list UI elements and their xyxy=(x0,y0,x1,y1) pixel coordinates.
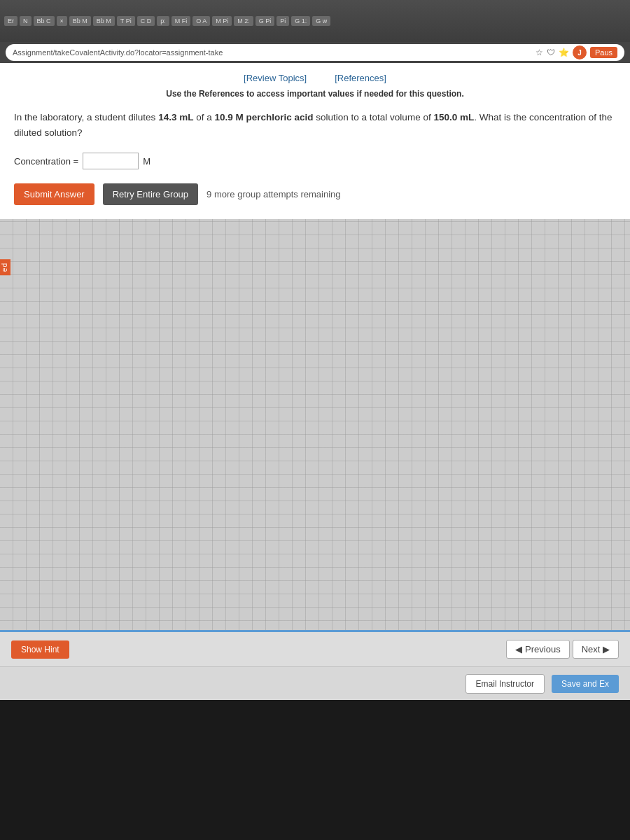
highlight-molarity: 10.9 M xyxy=(214,112,243,122)
star-icon[interactable]: ☆ xyxy=(536,48,543,57)
browser-tab-bar: Er N Bb C × Bb M Bb M T Pi C D p: M Fi O… xyxy=(0,0,630,42)
tab-m2[interactable]: M 2: xyxy=(234,16,253,26)
shield-icon: 🛡 xyxy=(547,48,555,57)
review-links-row: [Review Topics] [References] xyxy=(14,73,616,83)
address-bar-row: Assignment/takeCovalentActivity.do?locat… xyxy=(0,42,630,63)
pause-button[interactable]: Paus xyxy=(590,47,617,58)
tab-cd[interactable]: C D xyxy=(137,16,155,26)
tab-bbm1[interactable]: Bb M xyxy=(69,16,91,26)
review-topics-link[interactable]: [Review Topics] xyxy=(244,73,307,83)
tab-p[interactable]: p: xyxy=(157,16,169,26)
url-right-icons: ☆ 🛡 ⭐ J Paus xyxy=(536,46,617,59)
action-row: Email Instructor Save and Ex xyxy=(0,666,630,700)
retry-group-button[interactable]: Retry Entire Group xyxy=(103,183,198,205)
submit-answer-button[interactable]: Submit Answer xyxy=(14,183,94,205)
profile-button[interactable]: J xyxy=(573,46,587,59)
tab-pi[interactable]: Pi xyxy=(276,16,289,26)
attempts-remaining-text: 9 more group attempts remaining xyxy=(206,189,340,200)
bottom-strip: Show Hint ◀ Previous Next ▶ Email Instru… xyxy=(0,630,630,700)
url-bar[interactable]: Assignment/takeCovalentActivity.do?locat… xyxy=(6,44,624,61)
concentration-label: Concentration = xyxy=(14,156,78,167)
main-area: ed [Review Topics] [References] Use the … xyxy=(0,63,630,700)
taskbar-area xyxy=(0,700,630,840)
references-link[interactable]: [References] xyxy=(335,73,386,83)
email-instructor-button[interactable]: Email Instructor xyxy=(465,674,545,694)
tab-bbc[interactable]: Bb C xyxy=(34,16,55,26)
tab-g1[interactable]: G 1: xyxy=(291,16,310,26)
tab-mfi[interactable]: M Fi xyxy=(172,16,191,26)
previous-button[interactable]: ◀ Previous xyxy=(506,640,569,659)
highlight-volume: 14.3 mL xyxy=(158,112,193,122)
url-text: Assignment/takeCovalentActivity.do?locat… xyxy=(13,48,223,57)
page-wrapper: Er N Bb C × Bb M Bb M T Pi C D p: M Fi O… xyxy=(0,0,630,840)
tab-oa[interactable]: O A xyxy=(192,16,210,26)
tab-gpi[interactable]: G Pi xyxy=(255,16,275,26)
empty-content-area xyxy=(0,219,630,630)
reference-instruction: Use the References to access important v… xyxy=(14,89,616,99)
extension-icon[interactable]: ⭐ xyxy=(559,48,569,57)
next-button[interactable]: Next ▶ xyxy=(573,640,619,659)
concentration-input[interactable] xyxy=(83,153,139,169)
save-exit-button[interactable]: Save and Ex xyxy=(552,675,619,693)
button-row: Submit Answer Retry Entire Group 9 more … xyxy=(14,183,616,205)
concentration-unit: M xyxy=(143,156,150,167)
tab-mpi[interactable]: M Pi xyxy=(212,16,232,26)
tab-tpi[interactable]: T Pi xyxy=(117,16,135,26)
tab-close[interactable]: × xyxy=(57,16,67,26)
navigation-buttons: ◀ Previous Next ▶ xyxy=(506,640,619,659)
question-text-part1: In the laboratory, a student dilutes xyxy=(14,112,158,122)
question-panel: [Review Topics] [References] Use the Ref… xyxy=(0,63,630,219)
highlight-final-volume: 150.0 mL xyxy=(433,112,474,122)
question-text-part2: of a xyxy=(193,112,214,122)
tab-n[interactable]: N xyxy=(20,16,31,26)
question-text: In the laboratory, a student dilutes 14.… xyxy=(14,110,616,140)
nav-row: Show Hint ◀ Previous Next ▶ xyxy=(0,630,630,666)
concentration-row: Concentration = M xyxy=(14,153,616,169)
tab-er[interactable]: Er xyxy=(4,16,18,26)
question-text-part3: solution to a total volume of xyxy=(314,112,434,122)
show-hint-button[interactable]: Show Hint xyxy=(11,640,69,659)
sidebar-tab[interactable]: ed xyxy=(0,259,10,275)
tab-bbm2[interactable]: Bb M xyxy=(93,16,115,26)
tab-gw[interactable]: G w xyxy=(312,16,330,26)
highlight-acid: perchloric acid xyxy=(246,112,314,122)
